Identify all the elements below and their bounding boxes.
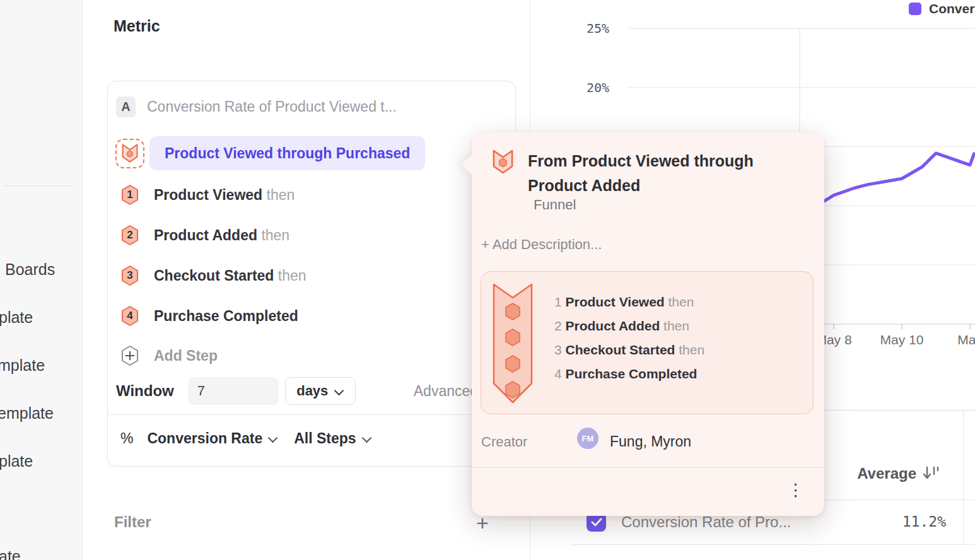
popover-step-3: 3 Checkout Started then bbox=[554, 342, 704, 358]
funnel-step-4[interactable]: 4 Purchase Completed bbox=[120, 305, 298, 327]
metric-title[interactable]: Conversion Rate of Product Viewed t... bbox=[147, 98, 397, 115]
creator-name: Fung, Myron bbox=[610, 433, 691, 450]
funnel-step-3[interactable]: 3 Checkout Started then bbox=[120, 265, 307, 286]
step-4-hexagon-badge: 4 bbox=[120, 305, 139, 327]
table-row-metric-label[interactable]: Conversion Rate of Pro... bbox=[621, 513, 791, 531]
step-connector: then bbox=[278, 267, 307, 284]
funnel-icon-selected-box[interactable] bbox=[115, 139, 144, 168]
sidebar-item-template[interactable]: ate bbox=[0, 547, 21, 560]
advanced-link[interactable]: Advanced bbox=[414, 383, 478, 400]
funnel-badge-icon bbox=[121, 143, 139, 163]
selected-funnel-row[interactable]: Product Viewed through Purchased bbox=[115, 136, 425, 170]
funnel-ribbon-icon bbox=[492, 283, 534, 406]
step-4-name[interactable]: Purchase Completed bbox=[154, 308, 298, 324]
popover-step-2: 2 Product Added then bbox=[554, 318, 704, 334]
popover-title: From Product Viewed through Product Adde… bbox=[528, 149, 793, 198]
add-description-link[interactable]: + Add Description... bbox=[481, 236, 602, 253]
x-axis-tick-label: May bbox=[957, 332, 975, 347]
more-options-kebab-icon[interactable]: ⋮ bbox=[787, 481, 804, 499]
sort-descending-icon bbox=[923, 465, 940, 482]
conversion-window-row: Window days Advanced bbox=[116, 377, 478, 405]
average-column-header[interactable]: Average bbox=[839, 465, 940, 482]
filter-section-heading: Filter bbox=[114, 513, 151, 531]
sidebar: Boards plate mplate emplate plate ate bbox=[0, 0, 83, 560]
popover-type-label: Funnel bbox=[534, 197, 576, 213]
step-connector: then bbox=[267, 187, 295, 203]
metric-section-heading: Metric bbox=[114, 17, 160, 35]
step-connector: then bbox=[261, 227, 289, 243]
measure-dropdown[interactable]: Conversion Rate bbox=[147, 430, 277, 447]
table-row-border bbox=[572, 544, 975, 545]
step-2-name[interactable]: Product Added bbox=[154, 227, 257, 243]
sidebar-item-template[interactable]: plate bbox=[0, 452, 33, 470]
creator-label: Creator bbox=[481, 434, 527, 450]
sidebar-item-template[interactable]: mplate bbox=[0, 356, 45, 375]
step-2-hexagon-badge: 2 bbox=[120, 225, 139, 246]
percent-icon: % bbox=[120, 430, 133, 447]
step-3-name[interactable]: Checkout Started bbox=[154, 267, 274, 284]
chevron-down-icon bbox=[336, 385, 344, 394]
add-step-hexagon-plus-icon bbox=[120, 345, 139, 366]
popover-step-1: 1 Product Viewed then bbox=[554, 295, 704, 310]
window-label: Window bbox=[116, 382, 174, 400]
step-1-name[interactable]: Product Viewed bbox=[154, 187, 262, 203]
series-a-badge: A bbox=[116, 96, 136, 117]
creator-avatar: FM bbox=[577, 428, 598, 449]
popover-step-4: 4 Purchase Completed bbox=[554, 366, 704, 382]
chevron-down-icon bbox=[269, 433, 277, 441]
funnel-name-link[interactable]: Product Viewed through Purchased bbox=[149, 136, 425, 170]
add-step-button[interactable]: Add Step bbox=[120, 345, 218, 366]
x-axis-tick-label: May 10 bbox=[880, 332, 924, 347]
funnel-badge-icon bbox=[492, 149, 514, 198]
window-unit-select[interactable]: days bbox=[285, 377, 356, 405]
metric-definition-card: A Conversion Rate of Product Viewed t...… bbox=[107, 81, 516, 467]
card-divider bbox=[108, 414, 515, 415]
add-step-label: Add Step bbox=[154, 347, 218, 365]
window-value-input[interactable] bbox=[188, 377, 279, 405]
sidebar-item-template[interactable]: plate bbox=[0, 308, 33, 327]
sidebar-divider bbox=[3, 185, 73, 186]
funnel-step-2[interactable]: 2 Product Added then bbox=[120, 225, 289, 246]
step-1-hexagon-badge: 1 bbox=[120, 184, 139, 206]
table-column-separator bbox=[963, 411, 964, 544]
step-3-hexagon-badge: 3 bbox=[120, 265, 139, 286]
table-row-average-value: 11.2% bbox=[845, 513, 946, 530]
popover-footer-divider bbox=[472, 467, 824, 468]
funnel-details-popover: From Product Viewed through Product Adde… bbox=[472, 132, 824, 516]
sidebar-item-boards[interactable]: Boards bbox=[5, 260, 55, 279]
chevron-down-icon bbox=[363, 433, 371, 441]
steps-scope-dropdown[interactable]: All Steps bbox=[294, 430, 371, 447]
sidebar-item-template[interactable]: emplate bbox=[0, 404, 54, 423]
popover-funnel-steps-box: 1 Product Viewed then 2 Product Added th… bbox=[481, 271, 814, 414]
funnel-step-1[interactable]: 1 Product Viewed then bbox=[120, 184, 295, 206]
